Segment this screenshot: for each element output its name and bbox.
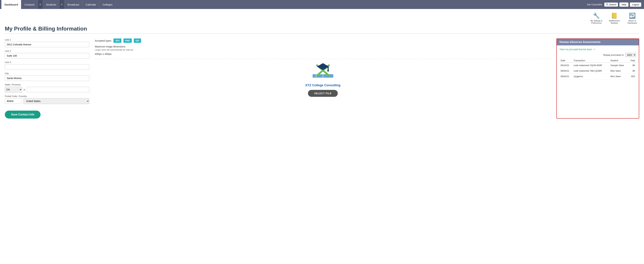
- max-sub-label: Larger sizes will automatically be reduc…: [95, 49, 551, 51]
- nav-right: Joe Counselor Search Help Logout: [587, 3, 642, 7]
- nav-tab-calendar[interactable]: Calendar: [82, 0, 99, 9]
- upload-section: Accepted types JPG PNG GIF Maximum image…: [95, 39, 551, 119]
- divider: [95, 59, 551, 59]
- line3-label: Line 3: [5, 61, 89, 64]
- cell-paid: $25: [628, 74, 636, 79]
- display-row: Display purchases in 2021 2020 2019: [560, 53, 636, 57]
- table-row: 08/10/21 code redeemed VQHN-859P Sample …: [560, 63, 636, 68]
- nav-tab-contacts[interactable]: Contacts: [21, 0, 38, 9]
- cell-paid: $0: [628, 63, 636, 68]
- logout-button[interactable]: Logout: [630, 3, 641, 7]
- return-arrow-icon: ↩️: [629, 13, 636, 19]
- settings-label: My Settings & Preferences: [590, 20, 603, 24]
- city-label: City: [5, 72, 89, 75]
- nav-tabs: Dashboard Contacts ▼ Students ▼ Broadcas…: [2, 0, 587, 9]
- display-label: Display purchases in: [603, 54, 624, 56]
- cell-date: 08/04/21: [560, 74, 572, 79]
- country-select[interactable]: United States Canada United Kingdom: [24, 98, 89, 104]
- settings-toolbar-item[interactable]: 🔧 My Settings & Preferences: [590, 13, 603, 24]
- nav-tab-students[interactable]: Students: [43, 0, 59, 9]
- line1-label: Line 1: [5, 39, 89, 41]
- assessments-panel: Human eSources Assessments View my pre-p…: [556, 39, 639, 119]
- svg-line-1: [608, 5, 608, 6]
- book-icon: 📒: [611, 13, 618, 19]
- svg-point-7: [327, 70, 329, 72]
- jpg-badge: JPG: [114, 39, 122, 43]
- logo-container: XYZ College Consulting: [95, 62, 551, 87]
- line3-group: Line 3: [5, 61, 89, 70]
- gif-badge: GIF: [134, 39, 141, 43]
- toolbar: 🔧 My Settings & Preferences 📒 Add/Remove…: [5, 13, 639, 24]
- logo-svg: [309, 62, 337, 83]
- state-row: CA NY TX FL or: [5, 87, 89, 93]
- or-text: or: [24, 88, 26, 91]
- col-paid: Paid: [628, 59, 636, 63]
- cell-paid: $0: [628, 68, 636, 74]
- accepted-types-row: Accepted types JPG PNG GIF: [95, 39, 551, 43]
- cell-student: Moe Stare: [609, 68, 628, 74]
- logo-text: XYZ College Consulting: [305, 84, 340, 87]
- cell-student: Moe Stare: [609, 74, 628, 79]
- postal-label: Postal Code / Country: [5, 95, 89, 98]
- main-grid: Line 1 Line 2 Line 3 City State / Provin…: [5, 39, 639, 119]
- form-section: Line 1 Line 2 Line 3 City State / Provin…: [5, 39, 89, 119]
- return-label: Return to Dashboard: [626, 20, 639, 24]
- search-icon: [606, 3, 608, 6]
- select-file-button[interactable]: SELECT FILE: [308, 90, 338, 97]
- col-date: Date: [560, 59, 572, 63]
- line2-group: Line 2: [5, 50, 89, 59]
- table-row: 08/04/21 code redeemed 789J-QGBR Moe Sta…: [560, 68, 636, 74]
- max-dimensions-label: Maximum image dimensions: [95, 45, 551, 48]
- page-container: 🔧 My Settings & Preferences 📒 Add/Remove…: [0, 9, 644, 122]
- col-transaction: Transaction: [572, 59, 609, 63]
- year-select[interactable]: 2021 2020 2019: [625, 53, 636, 57]
- cell-transaction: code redeemed 789J-QGBR: [572, 68, 609, 74]
- help-button[interactable]: Help: [619, 3, 628, 7]
- postal-group: Postal Code / Country United States Cana…: [5, 95, 89, 104]
- table-row: 08/04/21 1jcgqmnz Moe Stare $25: [560, 74, 636, 79]
- state-group: State / Province CA NY TX FL or: [5, 83, 89, 93]
- accepted-label: Accepted types: [95, 39, 112, 42]
- postal-input[interactable]: [5, 98, 22, 104]
- license-keys-link[interactable]: View my pre-paid license keys: [560, 48, 592, 51]
- line2-label: Line 2: [5, 50, 89, 52]
- postal-row: United States Canada United Kingdom: [5, 98, 89, 104]
- svg-rect-6: [328, 67, 329, 70]
- city-input[interactable]: [5, 75, 89, 81]
- svg-point-0: [606, 4, 608, 5]
- cell-transaction: code redeemed VQHN-859P: [572, 63, 609, 68]
- panel-header: Human eSources Assessments: [557, 39, 639, 45]
- save-contact-button[interactable]: Save Contact Info: [5, 111, 40, 119]
- modules-label: Add/Remove Modules: [608, 20, 621, 24]
- return-toolbar-item[interactable]: ↩️ Return to Dashboard: [626, 13, 639, 24]
- modules-toolbar-item[interactable]: 📒 Add/Remove Modules: [608, 13, 621, 24]
- line1-group: Line 1: [5, 39, 89, 47]
- search-button[interactable]: Search: [604, 3, 618, 7]
- png-badge: PNG: [124, 39, 132, 43]
- state-label: State / Province: [5, 83, 89, 86]
- nav-tab-dashboard[interactable]: Dashboard: [2, 0, 21, 9]
- nav-username: Joe Counselor: [587, 3, 602, 6]
- cell-date: 08/04/21: [560, 68, 572, 74]
- contacts-dropdown[interactable]: ▼: [38, 0, 43, 9]
- state-select[interactable]: CA NY TX FL: [5, 87, 22, 93]
- dimensions-value: 400px x 400px: [95, 53, 551, 55]
- nav-tab-colleges[interactable]: Colleges: [99, 0, 116, 9]
- line2-input[interactable]: [5, 53, 89, 59]
- page-title: My Profile & Billing Information: [5, 26, 639, 34]
- line3-input[interactable]: [5, 64, 89, 70]
- gear-wrench-icon: 🔧: [593, 13, 600, 19]
- cell-student: Sample Stare: [609, 63, 628, 68]
- state-text-input[interactable]: [27, 87, 89, 92]
- students-dropdown[interactable]: ▼: [60, 0, 64, 9]
- line1-input[interactable]: [5, 42, 89, 47]
- navigation: Dashboard Contacts ▼ Students ▼ Broadcas…: [0, 0, 644, 9]
- panel-body: View my pre-paid license keys ← Display …: [557, 45, 639, 81]
- city-group: City: [5, 72, 89, 81]
- arrow-icon: ←: [593, 48, 596, 51]
- nav-tab-broadcast[interactable]: Broadcast: [64, 0, 82, 9]
- purchases-table: Date Transaction Student Paid 08/10/21 c…: [560, 59, 636, 79]
- svg-marker-5: [317, 63, 329, 70]
- col-student: Student: [609, 59, 628, 63]
- cell-transaction: 1jcgqmnz: [572, 74, 609, 79]
